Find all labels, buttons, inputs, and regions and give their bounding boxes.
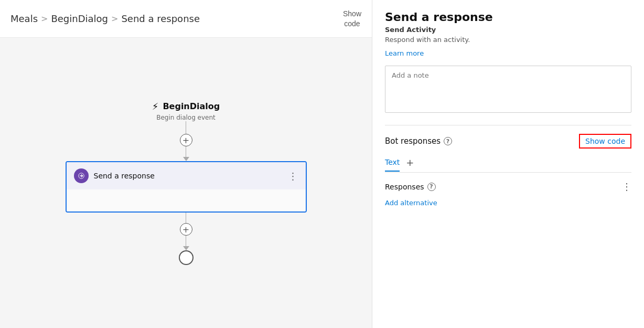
add-circle-bottom[interactable]: + bbox=[180, 223, 192, 236]
right-panel: Send a response Send Activity Respond wi… bbox=[372, 0, 644, 328]
begin-dialog-node: ⚡ BeginDialog Begin dialog event bbox=[152, 101, 220, 121]
send-response-title: Send a response bbox=[94, 172, 155, 180]
divider bbox=[385, 125, 631, 125]
bot-responses-help-icon[interactable]: ? bbox=[444, 137, 452, 145]
tab-text-label: Text bbox=[385, 158, 400, 166]
left-header: Meals > BeginDialog > Send a response Sh… bbox=[0, 0, 372, 38]
breadcrumb-begindialog[interactable]: BeginDialog bbox=[51, 13, 108, 24]
arrow-down-top bbox=[183, 157, 189, 161]
tab-add-button[interactable]: + bbox=[406, 157, 414, 172]
responses-menu-button[interactable]: ⋮ bbox=[622, 181, 631, 192]
breadcrumb: Meals > BeginDialog > Send a response bbox=[10, 13, 200, 24]
send-icon bbox=[74, 168, 89, 183]
begin-dialog-title: ⚡ BeginDialog bbox=[152, 101, 220, 112]
bot-responses-left: Bot responses ? bbox=[385, 136, 452, 146]
begin-dialog-label: BeginDialog bbox=[163, 101, 220, 111]
note-textarea[interactable] bbox=[385, 66, 631, 113]
panel-title: Send a response bbox=[385, 10, 631, 24]
breadcrumb-meals[interactable]: Meals bbox=[10, 13, 38, 24]
line-top bbox=[186, 121, 186, 134]
breadcrumb-send-response[interactable]: Send a response bbox=[121, 13, 200, 24]
send-response-header: Send a response ⋮ bbox=[67, 162, 306, 189]
panel-description: Respond with an activity. bbox=[385, 36, 631, 44]
breadcrumb-sep2: > bbox=[111, 14, 118, 24]
show-code-left-button[interactable]: Showcode bbox=[343, 9, 361, 28]
end-circle bbox=[179, 250, 194, 265]
responses-left: Responses ? bbox=[385, 183, 436, 191]
flow-container: ⚡ BeginDialog Begin dialog event + bbox=[66, 101, 307, 265]
bot-responses-label: Bot responses bbox=[385, 136, 441, 146]
tabs-row: Text + bbox=[385, 157, 631, 173]
connector-bottom: + bbox=[180, 213, 192, 250]
bot-responses-header: Bot responses ? Show code bbox=[385, 134, 631, 149]
canvas-area: ⚡ BeginDialog Begin dialog event + bbox=[0, 38, 372, 328]
line-bottom1 bbox=[186, 213, 186, 223]
left-panel: Meals > BeginDialog > Send a response Sh… bbox=[0, 0, 372, 328]
responses-row: Responses ? ⋮ bbox=[385, 181, 631, 192]
begin-dialog-subtitle: Begin dialog event bbox=[156, 114, 216, 121]
breadcrumb-sep1: > bbox=[41, 14, 48, 24]
begin-dialog-box: ⚡ BeginDialog Begin dialog event bbox=[152, 101, 220, 121]
send-response-body bbox=[67, 189, 306, 211]
connector-top: + bbox=[180, 121, 192, 161]
show-code-right-button[interactable]: Show code bbox=[579, 134, 631, 149]
tab-text[interactable]: Text bbox=[385, 158, 400, 172]
line-mid bbox=[186, 146, 186, 157]
add-circle-top[interactable]: + bbox=[180, 134, 192, 146]
send-response-menu-button[interactable]: ⋮ bbox=[288, 171, 298, 182]
arrow-down-bottom bbox=[183, 246, 189, 250]
send-response-left: Send a response bbox=[74, 168, 155, 183]
responses-help-icon[interactable]: ? bbox=[427, 183, 436, 191]
lightning-icon: ⚡ bbox=[152, 101, 159, 112]
responses-label: Responses bbox=[385, 183, 424, 191]
line-bottom2 bbox=[186, 236, 186, 246]
add-alternative-link[interactable]: Add alternative bbox=[385, 199, 437, 207]
learn-more-link[interactable]: Learn more bbox=[385, 49, 424, 57]
panel-subtitle: Send Activity bbox=[385, 26, 631, 34]
send-response-card[interactable]: Send a response ⋮ bbox=[66, 161, 307, 213]
